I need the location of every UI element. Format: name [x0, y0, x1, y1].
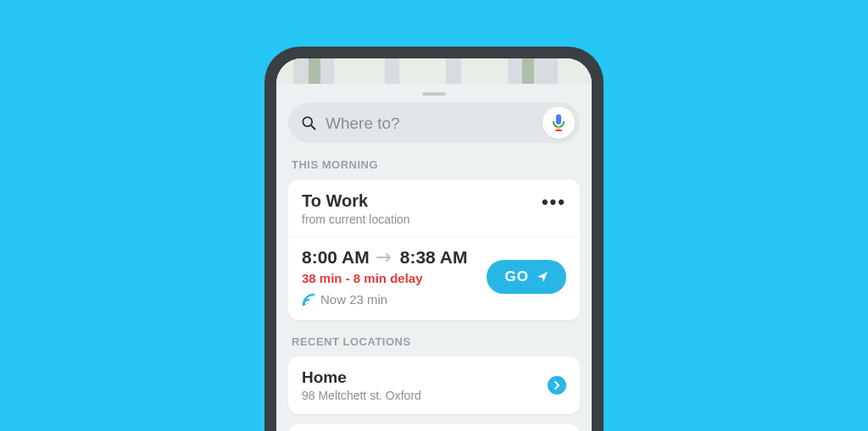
live-icon	[302, 293, 315, 307]
depart-time: 8:00 AM	[302, 247, 370, 268]
go-button[interactable]: GO	[487, 260, 566, 294]
search-placeholder: Where to?	[317, 115, 542, 131]
screen: Where to? THIS MORNING To Work from curr…	[276, 58, 592, 431]
search-input[interactable]: Where to?	[288, 102, 580, 143]
trip-from: from current location	[302, 213, 410, 226]
drag-handle[interactable]	[422, 92, 446, 96]
recent-location-card[interactable]: 87 Charlstone ave.	[288, 424, 580, 431]
bottom-sheet: Where to? THIS MORNING To Work from curr…	[276, 84, 592, 431]
more-button[interactable]: •••	[542, 193, 566, 212]
device-frame: Where to? THIS MORNING To Work from curr…	[264, 47, 604, 431]
svg-point-6	[303, 302, 305, 305]
trip-title: To Work	[302, 191, 410, 210]
trip-now-text: Now 23 min	[320, 292, 387, 307]
trip-now-row: Now 23 min	[302, 292, 468, 307]
map-preview	[276, 58, 592, 84]
voice-button[interactable]	[542, 107, 575, 139]
search-icon	[300, 114, 317, 131]
navigate-icon	[536, 270, 549, 284]
trip-time-row: 8:00 AM 8:38 AM	[302, 247, 468, 268]
chevron-right-icon	[553, 381, 561, 390]
go-label: GO	[505, 268, 529, 285]
microphone-icon	[551, 113, 566, 132]
section-label-morning: THIS MORNING	[292, 158, 576, 171]
trip-card[interactable]: To Work from current location ••• 8:00 A…	[288, 180, 580, 320]
arrive-time: 8:38 AM	[400, 247, 468, 268]
navigate-chevron-button[interactable]	[548, 376, 566, 395]
recent-title: Home	[302, 368, 421, 387]
section-label-recent: RECENT LOCATIONS	[292, 335, 576, 348]
recent-location-card[interactable]: Home 98 Meltchett st. Oxford	[288, 356, 580, 414]
trip-delay: 38 min - 8 min delay	[302, 271, 468, 285]
recent-address: 98 Meltchett st. Oxford	[302, 389, 421, 402]
arrow-right-icon	[376, 249, 393, 266]
svg-line-1	[311, 125, 315, 130]
svg-rect-2	[556, 114, 561, 124]
